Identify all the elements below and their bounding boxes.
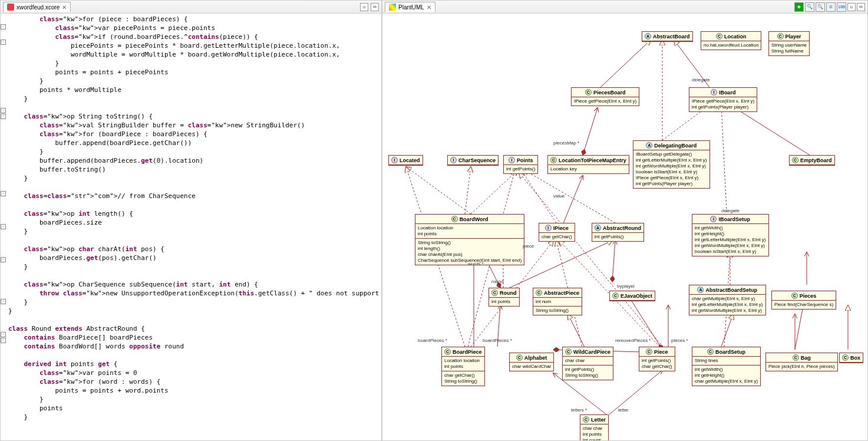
tab-title: PlantUML — [398, 4, 424, 11]
uml-class-piece[interactable]: CPieceint getPoints()char getChar() — [639, 347, 675, 371]
uml-class-piecesboard[interactable]: CPiecesBoardIPiece getPiece(EInt x, EInt… — [571, 87, 639, 106]
edge-label-words: words * — [468, 261, 484, 266]
uml-class-bag[interactable]: CBagPiece pick(EInt n, Piece pieces) — [765, 353, 838, 371]
maximize-icon[interactable]: ▭ — [857, 3, 865, 11]
fold-icon[interactable]: − — [1, 257, 6, 262]
svg-line-23 — [519, 173, 665, 350]
svg-line-7 — [465, 167, 471, 214]
uml-class-points[interactable]: IPointsint getPoints() — [503, 155, 538, 174]
uml-class-pieces[interactable]: CPiecesPiece find(CharSequence s) — [771, 291, 836, 310]
edge-label-player: byplayer — [617, 284, 635, 289]
edge-label-delegate2: delegate — [721, 208, 740, 213]
svg-line-30 — [795, 302, 804, 350]
edge-label-value: value — [553, 193, 565, 199]
running-icon[interactable]: ● — [794, 2, 804, 12]
svg-line-9 — [521, 170, 556, 223]
uml-class-located[interactable]: ILocated — [388, 155, 423, 166]
svg-line-0 — [600, 40, 651, 87]
left-tab-controls: ▫ ▭ — [360, 3, 379, 11]
fold-icon[interactable]: − — [1, 332, 6, 337]
minimize-icon[interactable]: ▫ — [847, 3, 856, 11]
zoom-out-icon[interactable]: 🔍 — [816, 2, 825, 12]
fold-icon[interactable]: − — [1, 299, 6, 304]
uml-class-box[interactable]: CBox — [839, 353, 863, 363]
svg-line-21 — [568, 314, 586, 350]
minimize-icon[interactable]: ▫ — [360, 3, 368, 11]
svg-line-28 — [721, 314, 733, 347]
fold-icon[interactable]: − — [1, 40, 6, 45]
edge-label-boardPieces: boardPieces * — [418, 338, 447, 343]
uml-class-player[interactable]: CPlayerString userNameString fullName — [768, 31, 810, 56]
uml-class-charsequence[interactable]: ICharSequence — [447, 155, 499, 166]
uml-diagram[interactable]: AAbstractBoardCLocationno.hal.xwordfeud.… — [382, 14, 867, 440]
edge-label-letter: letter — [618, 407, 629, 413]
svg-line-36 — [609, 370, 662, 414]
plantuml-tab[interactable]: PlantUML ✕ — [385, 2, 435, 12]
uml-class-location[interactable]: CLocationno.hal.xwordfeud.Location — [701, 31, 761, 50]
fold-icon[interactable]: − — [1, 338, 6, 343]
edge-label-pieces: pieces * — [671, 338, 688, 343]
svg-line-32 — [721, 105, 727, 223]
edge-label-piece: piece — [523, 243, 534, 249]
tab-title: xwordfeud.xcore — [16, 4, 60, 11]
uml-class-ejavaobject[interactable]: CEJavaObject — [609, 291, 655, 301]
uml-class-boardword[interactable]: CBoardWordLocation locationint pointsStr… — [415, 214, 524, 265]
uml-class-abstractpiece[interactable]: CAbstractPieceint numString toString() — [533, 288, 582, 315]
edge-label-round: round — [491, 279, 503, 284]
xcore-tab[interactable]: xwordfeud.xcore ✕ — [3, 2, 71, 12]
code-editor[interactable]: − − − − − − − − − − class="kw">for (piec… — [1, 14, 381, 440]
edge-label-removedPieces: removedPieces * — [615, 338, 651, 343]
uml-class-alphabet[interactable]: CAlphabetchar wildCardChar — [509, 353, 554, 371]
close-icon[interactable]: ✕ — [62, 4, 67, 11]
uml-class-round[interactable]: CRoundint points — [489, 288, 520, 307]
uml-class-iboard[interactable]: IIBoardIPiece getPiece(EInt x, EInt y)in… — [689, 87, 757, 112]
fold-icon[interactable]: − — [1, 24, 6, 29]
edge-label-letters: letters * — [571, 407, 587, 413]
zoom-in-icon[interactable]: 🔍 — [805, 2, 814, 12]
plantuml-icon — [389, 4, 396, 11]
edge-label-boardPieces2: boardPieces * — [483, 338, 512, 343]
right-tab-bar: PlantUML ✕ ● 🔍 🔍 ⊡ 100 ▫ ▭ — [382, 1, 867, 14]
code-editor-pane: xwordfeud.xcore ✕ ▫ ▭ − − − − − − − − − — [0, 0, 382, 441]
close-icon[interactable]: ✕ — [427, 4, 431, 11]
uml-class-wildcardpiece[interactable]: CWildCardPiecechar charint getPoints()St… — [562, 347, 613, 380]
uml-class-abstractround[interactable]: AAbstractRoundint getPoints() — [592, 223, 644, 242]
right-tab-controls: ● 🔍 🔍 ⊡ 100 ▫ ▭ — [794, 2, 865, 12]
uml-class-iboardsetup[interactable]: IIBoardSetupint getWidth()int getHeight(… — [692, 214, 769, 256]
diagram-pane: PlantUML ✕ ● 🔍 🔍 ⊡ 100 ▫ ▭ — [382, 0, 868, 441]
code-content[interactable]: class="kw">for (piece : boardPieces) { c… — [6, 14, 381, 440]
uml-class-ipiece[interactable]: IIPiecechar getChar() — [539, 223, 575, 242]
svg-line-25 — [612, 241, 615, 282]
maximize-icon[interactable]: ▭ — [371, 3, 379, 11]
uml-class-boardsetup[interactable]: CBoardSetupString linesint getWidth()int… — [692, 347, 761, 386]
uml-class-abstractboard[interactable]: AAbstractBoard — [642, 31, 693, 42]
uml-class-delegatingboard[interactable]: ADelegatingBoardIBoardSetup getDelegate(… — [633, 140, 710, 189]
edge-label-piecesMap: piecesMap * — [553, 140, 579, 146]
fold-icon[interactable]: − — [1, 108, 6, 113]
edge-label-delegate: delegate — [692, 77, 710, 83]
svg-line-8 — [471, 170, 518, 214]
svg-line-5 — [583, 108, 598, 155]
fit-icon[interactable]: ⊡ — [826, 2, 836, 12]
uml-class-boardpiece[interactable]: CBoardPieceLocation locationint pointsch… — [441, 347, 485, 386]
xcore-file-icon — [7, 4, 14, 11]
fold-icon[interactable]: − — [1, 191, 6, 196]
left-tab-bar: xwordfeud.xcore ✕ ▫ ▭ — [1, 1, 381, 14]
fold-icon[interactable]: − — [1, 114, 6, 119]
uml-class-abstractboardsetup[interactable]: AAbstractBoardSetupchar getMultiple(EInt… — [689, 285, 766, 315]
svg-line-10 — [524, 170, 615, 223]
zoom-level[interactable]: 100 — [837, 2, 846, 12]
svg-line-4 — [730, 105, 810, 155]
svg-line-6 — [406, 167, 471, 214]
uml-class-letter[interactable]: CLetterchar charint pointsint count — [580, 414, 609, 440]
fold-icon[interactable]: − — [1, 224, 6, 229]
uml-class-emptyboard[interactable]: CEmptyBoard — [789, 155, 835, 166]
gutter: − − − − − − − − − − — [1, 14, 6, 440]
uml-class-locationtoipiecemapentry[interactable]: CLocationToIPieceMapEntryLocation key — [547, 155, 629, 174]
